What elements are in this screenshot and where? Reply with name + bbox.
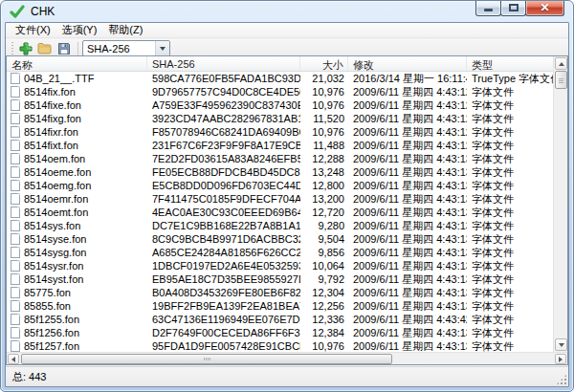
- file-name-cell: 8514oemg.fon: [7, 180, 147, 191]
- file-type-cell: 字体文件: [467, 246, 553, 260]
- column-header-size[interactable]: 大小: [300, 56, 348, 71]
- file-type-cell: 字体文件: [467, 219, 553, 233]
- table-row[interactable]: 85f1257.fon 95FDA1D9FE0057428E91CBCE6A2.…: [7, 339, 553, 352]
- horizontal-scroll-thumb[interactable]: [21, 354, 392, 364]
- file-hash-cell: 4EAC0AE30C93C0EEED69B647E0D...: [147, 207, 300, 218]
- file-size-cell: 13,200: [300, 193, 348, 205]
- table-row[interactable]: 8514oemr.fon 7F411475C0185F9DFECF704AD8C…: [7, 192, 553, 206]
- file-name: 8514fixe.fon: [24, 99, 81, 111]
- file-icon: [11, 126, 20, 138]
- table-row[interactable]: 8514oemt.fon 4EAC0AE30C93C0EEED69B647E0D…: [7, 206, 553, 219]
- file-type-cell: 字体文件: [467, 179, 553, 193]
- file-modified-cell: 2009/6/11 星期四 4:43:13: [348, 272, 467, 287]
- table-row[interactable]: 8514syst.fon EB95AE18C7D35BEE9855927D4A6…: [7, 272, 553, 286]
- column-header-type[interactable]: 类型: [467, 56, 553, 71]
- file-hash-cell: 63C47136E1196949EE076E7D64DC...: [147, 314, 300, 325]
- table-row[interactable]: 04B_21__.TTF 598CA776E0FB5FADA1BC93D0CC.…: [7, 72, 553, 85]
- title-bar[interactable]: CHK ✕: [1, 1, 573, 22]
- table-row[interactable]: 8514fix.fon 9D79657757C94D0C8CE4DE56F4A.…: [7, 85, 553, 98]
- maximize-button[interactable]: [500, 0, 526, 16]
- add-file-button[interactable]: [16, 40, 34, 57]
- scroll-right-button[interactable]: [555, 354, 566, 364]
- file-name-cell: 8514fixe.fon: [7, 99, 147, 111]
- minimize-icon: [484, 9, 493, 11]
- table-row[interactable]: 8514fixe.fon A759E33F495962390C837430EEC…: [7, 98, 553, 112]
- horizontal-scrollbar[interactable]: [7, 352, 567, 364]
- file-icon: [11, 220, 20, 231]
- file-icon: [11, 314, 20, 325]
- file-type-cell: 字体文件: [467, 232, 553, 247]
- algorithm-select[interactable]: SHA-256: [82, 40, 170, 56]
- file-type-cell: 字体文件: [467, 326, 553, 340]
- file-icon: [11, 300, 20, 312]
- column-header-name[interactable]: 名称: [7, 56, 147, 71]
- file-icon: [11, 327, 20, 338]
- file-type-cell: 字体文件: [467, 125, 553, 140]
- file-name: 85f1256.fon: [24, 327, 79, 338]
- file-name-cell: 8514oemr.fon: [7, 193, 147, 205]
- file-name-cell: 8514syst.fon: [7, 273, 147, 285]
- file-size-cell: 13,248: [300, 166, 348, 178]
- minimize-button[interactable]: [475, 0, 501, 16]
- table-row[interactable]: 8514fixt.fon 231F67C6F23F9F9F8A17E9CBC17…: [7, 139, 553, 152]
- scroll-down-button[interactable]: [555, 338, 567, 351]
- file-modified-cell: 2009/6/11 星期四 4:43:13: [348, 165, 467, 180]
- table-row[interactable]: 8514fixr.fon F857078946C68241DA69409BCA6…: [7, 125, 553, 139]
- file-hash-cell: FE05ECB88DFDCB4BD45DC84690...: [147, 166, 300, 178]
- file-hash-cell: EB95AE18C7D35BEE9855927D4A6...: [147, 273, 300, 285]
- table-row[interactable]: 8514sysr.fon 1DBCF0197ED2A6E4E0532593A70…: [7, 259, 553, 272]
- file-type-cell: TrueType 字体文件: [467, 72, 553, 86]
- file-modified-cell: 2009/6/11 星期四 4:43:13: [348, 179, 467, 193]
- file-hash-cell: 3923CD47AABC282967831AB1571...: [147, 113, 300, 124]
- file-size-cell: 12,256: [300, 300, 348, 312]
- table-row[interactable]: 8514oeme.fon FE05ECB88DFDCB4BD45DC84690.…: [7, 165, 553, 179]
- file-icon: [11, 180, 20, 191]
- file-size-cell: 12,800: [300, 180, 348, 191]
- table-row[interactable]: 85855.fon 19BFF2FB9EA139F2EA81BEA70EC...…: [7, 299, 553, 313]
- add-folder-button[interactable]: [35, 40, 54, 57]
- file-size-cell: 11,488: [300, 140, 348, 151]
- menu-file[interactable]: 文件(X): [10, 23, 56, 37]
- close-button[interactable]: ✕: [525, 0, 564, 16]
- scroll-up-button[interactable]: [555, 57, 567, 70]
- file-modified-cell: 2009/6/11 星期四 4:43:13: [348, 339, 467, 353]
- algorithm-dropdown-button[interactable]: [155, 41, 169, 55]
- file-modified-cell: 2009/6/11 星期四 4:43:12: [348, 139, 467, 153]
- save-button[interactable]: [55, 40, 73, 57]
- file-name-cell: 8514syse.fon: [7, 233, 147, 245]
- table-row[interactable]: 85f1256.fon D2F7649F00CECEDA86FF6F30721.…: [7, 326, 553, 339]
- file-name-cell: 8514oeme.fon: [7, 166, 147, 178]
- file-name-cell: 8514fixr.fon: [7, 126, 147, 138]
- column-header-sha256[interactable]: SHA-256: [147, 56, 300, 71]
- file-hash-cell: E5CB8DD0D096FD6703EC44DE539...: [147, 180, 300, 191]
- table-row[interactable]: 8514oem.fon 7E2D2FD03615A83A8246EFB5D3D.…: [7, 152, 553, 165]
- file-name: 8514fixr.fon: [24, 126, 78, 138]
- file-hash-cell: 95FDA1D9FE0057428E91CBCE6A2...: [147, 340, 300, 352]
- scroll-left-button[interactable]: [8, 354, 19, 364]
- menu-help[interactable]: 帮助(Z): [102, 23, 148, 37]
- table-row[interactable]: 8514sysg.fon A685CE24284A81856F626CC2931…: [7, 246, 553, 259]
- file-size-cell: 10,976: [300, 126, 348, 138]
- file-icon: [11, 73, 20, 84]
- file-name: 8514syse.fon: [24, 233, 86, 245]
- table-row[interactable]: 85775.fon B0A408D3453269FE80EB6F82FC70..…: [7, 286, 553, 299]
- file-type-cell: 字体文件: [467, 152, 553, 166]
- table-row[interactable]: 8514sys.fon DC7E1C9BB168E22B7A8B1A10C5..…: [7, 219, 553, 232]
- table-row[interactable]: 8514oemg.fon E5CB8DD0D096FD6703EC44DE539…: [7, 179, 553, 192]
- table-row[interactable]: 8514fixg.fon 3923CD47AABC282967831AB1571…: [7, 112, 553, 125]
- menu-options[interactable]: 选项(Y): [56, 23, 103, 37]
- app-checkmark-icon: [10, 4, 25, 19]
- table-row[interactable]: 8514syse.fon 8C9C9BCB4B9971D6ACBBC3205B.…: [7, 232, 553, 246]
- column-header-modified[interactable]: 修改: [348, 56, 467, 71]
- file-modified-cell: 2009/6/11 星期四 4:43:12: [348, 125, 467, 140]
- file-size-cell: 10,976: [300, 99, 348, 111]
- file-name: 8514sys.fon: [24, 220, 80, 231]
- file-icon: [11, 260, 20, 272]
- vertical-scrollbar[interactable]: [553, 56, 567, 352]
- resize-grip-icon[interactable]: [556, 374, 567, 385]
- vertical-scroll-thumb[interactable]: [555, 71, 567, 89]
- table-row[interactable]: 85f1255.fon 63C47136E1196949EE076E7D64DC…: [7, 313, 553, 326]
- file-name-cell: 04B_21__.TTF: [7, 73, 147, 84]
- file-name-cell: 85775.fon: [7, 287, 147, 298]
- file-modified-cell: 2009/6/11 星期四 4:43:13: [348, 206, 467, 220]
